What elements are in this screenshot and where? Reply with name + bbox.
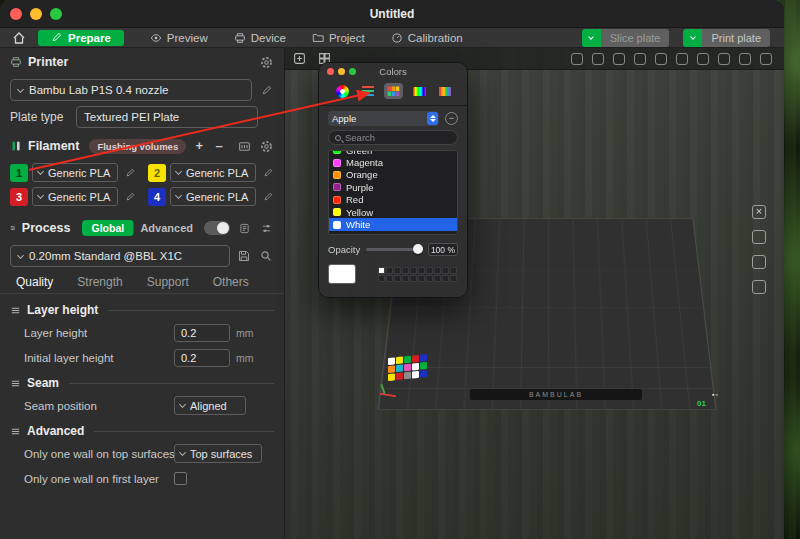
print-plate-button[interactable]: Print plate xyxy=(683,29,770,47)
printer-settings-gear-icon[interactable] xyxy=(258,54,274,70)
filament-4-select[interactable]: Generic PLA xyxy=(170,187,256,206)
plate-close-icon[interactable]: × xyxy=(752,205,766,219)
tune-settings-icon[interactable] xyxy=(258,220,274,236)
color-list-item[interactable]: Red xyxy=(329,194,457,206)
zoom-window-button[interactable] xyxy=(50,8,62,20)
slice-plate-button[interactable]: Slice plate xyxy=(582,29,670,47)
plate-marks: ▪▫ xyxy=(712,391,719,398)
advanced-label: Advanced xyxy=(140,222,193,234)
filament-1-edit-icon[interactable] xyxy=(122,165,138,181)
measure-icon[interactable] xyxy=(739,53,751,65)
color-list-item[interactable]: Orange xyxy=(329,169,457,181)
search-icon xyxy=(335,135,341,141)
palette-select-stepper-icon[interactable] xyxy=(427,112,438,125)
color-list-item[interactable]: Yellow xyxy=(329,206,457,218)
flushing-volumes-button[interactable]: Flushing volumes xyxy=(89,139,186,154)
one-wall-first-layer-checkbox[interactable] xyxy=(174,472,187,485)
save-preset-icon[interactable] xyxy=(236,248,252,264)
filament-1-color-swatch[interactable]: 1 xyxy=(10,164,28,182)
image-palettes-icon[interactable] xyxy=(410,83,429,99)
prepare-icon xyxy=(51,32,62,43)
plate-type-select[interactable]: Textured PEI Plate xyxy=(76,106,258,128)
filament-2-color-swatch[interactable]: 2 xyxy=(148,164,166,182)
process-section-header: Process Global Objects Advanced xyxy=(0,216,284,240)
filament-3-select[interactable]: Generic PLA xyxy=(32,187,118,206)
filament-2-edit-icon[interactable] xyxy=(260,165,276,181)
scope-objects-button[interactable]: Objects xyxy=(133,220,134,236)
viewport-toolbar-icons xyxy=(571,53,772,65)
filament-1-select[interactable]: Generic PLA xyxy=(32,163,118,182)
tab-preview[interactable]: Preview xyxy=(150,32,208,44)
colors-close-button[interactable] xyxy=(327,68,334,75)
scope-global-button[interactable]: Global xyxy=(82,220,133,236)
eyedropper-icon[interactable] xyxy=(361,268,373,280)
plate-arrange-icon[interactable] xyxy=(752,280,766,294)
text-tool-icon[interactable] xyxy=(718,53,730,65)
filament-4-edit-icon[interactable] xyxy=(260,189,276,205)
auto-orient-icon[interactable] xyxy=(571,53,583,65)
remove-filament-button[interactable]: – xyxy=(212,139,226,153)
tab-prepare[interactable]: Prepare xyxy=(38,30,124,46)
color-list-item[interactable]: Purple xyxy=(329,181,457,193)
filament-settings-gear-icon[interactable] xyxy=(258,138,274,154)
one-wall-top-select[interactable]: Top surfaces xyxy=(174,444,262,463)
print-dropdown-icon[interactable] xyxy=(683,29,702,47)
split-to-parts-icon[interactable] xyxy=(634,53,646,65)
filament-3-color-swatch[interactable]: 3 xyxy=(10,188,28,206)
remove-palette-button[interactable]: − xyxy=(445,112,458,125)
color-wheel-icon[interactable] xyxy=(333,83,352,99)
assembly-view-icon[interactable] xyxy=(760,53,772,65)
palette-select[interactable]: Apple xyxy=(328,111,439,126)
initial-layer-height-input[interactable] xyxy=(174,349,230,367)
minimize-window-button[interactable] xyxy=(30,8,42,20)
split-to-objects-icon[interactable] xyxy=(613,53,625,65)
color-painting-icon[interactable] xyxy=(655,53,667,65)
preview-icon xyxy=(150,32,162,44)
color-palettes-icon[interactable] xyxy=(384,83,403,99)
color-search-field[interactable]: Search xyxy=(328,130,458,145)
compare-presets-icon[interactable] xyxy=(236,220,252,236)
support-painting-icon[interactable] xyxy=(676,53,688,65)
param-tab-strength[interactable]: Strength xyxy=(77,275,122,293)
tab-device[interactable]: Device xyxy=(234,32,286,44)
param-tab-quality[interactable]: Quality xyxy=(16,275,53,293)
color-list-item[interactable]: Magenta xyxy=(329,156,457,168)
advanced-toggle[interactable] xyxy=(204,221,230,235)
filament-3-edit-icon[interactable] xyxy=(122,189,138,205)
add-filament-button[interactable]: + xyxy=(192,139,206,153)
printer-model-select[interactable]: Bambu Lab P1S 0.4 nozzle xyxy=(10,79,252,101)
plate-lock-icon[interactable] xyxy=(752,230,766,244)
seam-position-select[interactable]: Aligned xyxy=(174,396,246,415)
add-plate-icon[interactable] xyxy=(291,51,307,67)
ams-icon[interactable] xyxy=(236,138,252,154)
param-tab-others[interactable]: Others xyxy=(213,275,249,293)
filament-row-1: 1 Generic PLA 2 Generic PLA xyxy=(10,163,274,182)
color-sliders-icon[interactable] xyxy=(359,83,377,99)
tab-calibration[interactable]: Calibration xyxy=(391,32,463,44)
search-settings-icon[interactable] xyxy=(258,248,274,264)
colors-minimize-button[interactable] xyxy=(338,68,345,75)
color-list-item-selected[interactable]: White xyxy=(329,218,457,230)
filament-4-color-swatch[interactable]: 4 xyxy=(148,188,166,206)
opacity-slider[interactable] xyxy=(366,248,422,251)
tab-project[interactable]: Project xyxy=(312,32,365,44)
layer-height-input[interactable] xyxy=(174,324,230,342)
arrange-icon[interactable] xyxy=(592,53,604,65)
opacity-slider-knob[interactable] xyxy=(413,244,423,254)
color-wells[interactable] xyxy=(378,267,457,282)
process-preset-select[interactable]: 0.20mm Standard @BBL X1C xyxy=(10,245,230,267)
home-icon[interactable] xyxy=(8,31,30,45)
printer-edit-icon[interactable] xyxy=(258,82,274,98)
colors-panel-title: Colors xyxy=(379,66,406,77)
calibration-chip[interactable] xyxy=(388,354,427,381)
plate-settings-icon[interactable] xyxy=(752,255,766,269)
colors-panel-footer xyxy=(319,256,467,284)
current-color-well[interactable] xyxy=(328,264,356,284)
pencils-icon[interactable] xyxy=(436,83,454,99)
colors-zoom-button[interactable] xyxy=(349,68,356,75)
filament-2-select[interactable]: Generic PLA xyxy=(170,163,256,182)
param-tab-support[interactable]: Support xyxy=(147,275,189,293)
close-window-button[interactable] xyxy=(10,8,22,20)
seam-painting-icon[interactable] xyxy=(697,53,709,65)
slice-dropdown-icon[interactable] xyxy=(582,29,601,47)
